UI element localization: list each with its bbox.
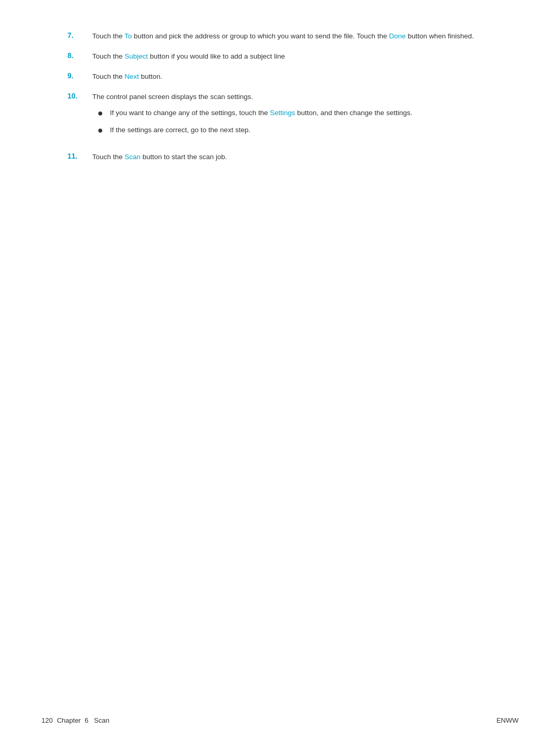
item-text-9: Touch the Next button. bbox=[92, 72, 493, 82]
item-number-10: 10. bbox=[67, 92, 92, 100]
list-item: 10. The control panel screen displays th… bbox=[67, 92, 493, 143]
footer: 120 Chapter 6 Scan ENWW bbox=[41, 716, 519, 724]
page-container: 7. Touch the To button and pick the addr… bbox=[0, 0, 560, 745]
list-item: 7. Touch the To button and pick the addr… bbox=[67, 31, 493, 42]
bullet-dot: ● bbox=[97, 125, 110, 136]
link-settings: Settings bbox=[270, 109, 295, 117]
list-item: 8. Touch the Subject button if you would… bbox=[67, 51, 493, 62]
list-item: 11. Touch the Scan button to start the s… bbox=[67, 152, 493, 163]
item-number-8: 8. bbox=[67, 51, 92, 60]
footer-chapter-label: Chapter 6 Scan bbox=[57, 716, 109, 724]
link-next: Next bbox=[124, 73, 139, 80]
list-item: 9. Touch the Next button. bbox=[67, 72, 493, 82]
item-text-11: Touch the Scan button to start the scan … bbox=[92, 152, 493, 163]
link-done: Done bbox=[389, 32, 405, 40]
sub-bullets: ● If you want to change any of the setti… bbox=[92, 108, 493, 136]
footer-locale: ENWW bbox=[496, 716, 519, 724]
numbered-list: 7. Touch the To button and pick the addr… bbox=[67, 31, 493, 163]
item-text-8: Touch the Subject button if you would li… bbox=[92, 51, 493, 62]
link-scan: Scan bbox=[124, 153, 141, 161]
footer-page-number: 120 bbox=[41, 716, 53, 724]
item-text-10: The control panel screen displays the sc… bbox=[92, 92, 493, 143]
item-number-11: 11. bbox=[67, 152, 92, 160]
content-area: 7. Touch the To button and pick the addr… bbox=[67, 31, 493, 163]
item-number-9: 9. bbox=[67, 72, 92, 80]
sub-bullet-item: ● If the settings are correct, go to the… bbox=[92, 125, 493, 136]
item-text-7: Touch the To button and pick the address… bbox=[92, 31, 493, 42]
bullet-text: If the settings are correct, go to the n… bbox=[110, 125, 250, 136]
item-number-7: 7. bbox=[67, 31, 92, 39]
link-to: To bbox=[124, 32, 132, 40]
bullet-text: If you want to change any of the setting… bbox=[110, 108, 412, 119]
bullet-dot: ● bbox=[97, 108, 110, 119]
footer-left: 120 Chapter 6 Scan bbox=[41, 716, 109, 724]
sub-bullet-item: ● If you want to change any of the setti… bbox=[92, 108, 493, 119]
link-subject: Subject bbox=[124, 52, 148, 60]
